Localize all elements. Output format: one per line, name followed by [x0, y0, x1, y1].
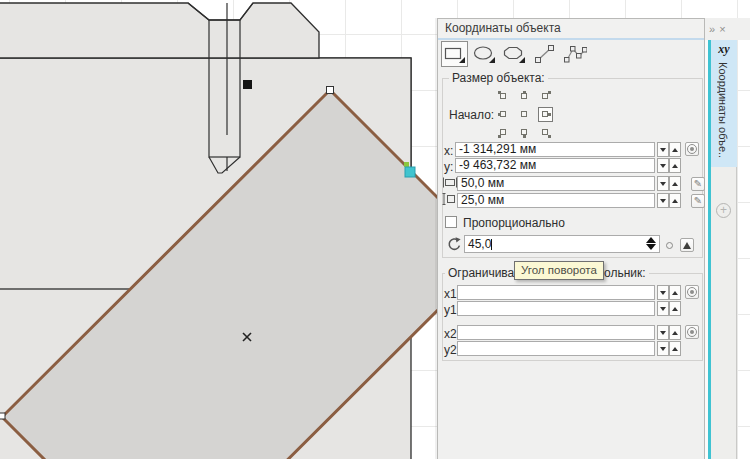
spin-down-icon: [660, 148, 666, 152]
app-window: Координаты объекта: [0, 0, 750, 459]
origin-anchor-middle-right[interactable]: [540, 109, 551, 120]
docker-tab-strip: ху Координаты объе.. +: [711, 40, 737, 459]
origin-anchor-middle-left[interactable]: [498, 109, 509, 120]
drawing-canvas[interactable]: [0, 0, 437, 459]
spin-down-icon: [660, 331, 666, 335]
shape-type-toolbar: [441, 39, 591, 69]
x2-relative-button[interactable]: [685, 325, 699, 339]
x2-spin-down[interactable]: [657, 325, 669, 340]
y-position-field[interactable]: -9 463,732 мм: [455, 158, 655, 173]
spin-up-icon: [672, 164, 678, 168]
tool-multipoint-curve-button[interactable]: [561, 41, 588, 67]
x-spin-up[interactable]: [669, 142, 681, 157]
origin-anchor-center[interactable]: [519, 109, 530, 120]
y1-spin-down[interactable]: [657, 301, 669, 316]
spin-down-icon: [660, 182, 666, 186]
origin-anchor-bottom-left[interactable]: [498, 127, 509, 138]
width-spin-down[interactable]: [657, 176, 669, 191]
spin-down-icon: [660, 347, 666, 351]
xy-tab-icon[interactable]: ху: [711, 42, 737, 57]
spin-up-icon: [672, 148, 678, 152]
origin-label: Начало:: [449, 108, 494, 122]
two-point-line-icon: [532, 42, 557, 66]
polygon-icon: [502, 42, 527, 66]
docker-tab-label[interactable]: Координаты объе..: [717, 62, 729, 164]
height-spin-up[interactable]: [669, 193, 681, 208]
x-label: x:: [444, 144, 453, 158]
origin-anchor-top-center[interactable]: [519, 91, 530, 102]
selected-node[interactable]: [405, 167, 415, 177]
spin-up-icon: [672, 291, 678, 295]
height-edit-button[interactable]: ✎: [691, 194, 705, 208]
width-edit-button[interactable]: ✎: [691, 177, 705, 191]
spin-down-icon: [660, 291, 666, 295]
x1-spin-up[interactable]: [669, 285, 681, 300]
origin-anchor-bottom-center[interactable]: [519, 127, 530, 138]
width-field[interactable]: 50,0 мм: [457, 176, 655, 191]
height-icon: [442, 193, 456, 205]
y-spin-down[interactable]: [657, 158, 669, 173]
object-coordinates-docker: Координаты объекта: [437, 18, 705, 459]
origin-anchor-top-left[interactable]: [498, 91, 509, 102]
canvas-top-shape[interactable]: [0, 3, 319, 58]
spin-down-icon: [660, 164, 666, 168]
target-icon: [687, 287, 697, 297]
spin-up-icon: [672, 331, 678, 335]
ellipse-icon: [472, 42, 497, 66]
width-icon: [443, 177, 457, 188]
spin-down-icon: [646, 244, 656, 250]
spin-up-icon: [672, 182, 678, 186]
spin-down-icon: [660, 307, 666, 311]
y1-spin-up[interactable]: [669, 301, 681, 316]
proportional-checkbox[interactable]: [445, 216, 457, 228]
x-relative-position-button[interactable]: [685, 142, 699, 156]
y-spin-up[interactable]: [669, 158, 681, 173]
snap-point-marker: [243, 80, 252, 89]
snap-green-tick: [404, 162, 409, 167]
tool-two-point-line-button[interactable]: [531, 41, 558, 67]
spin-down-icon: [660, 199, 666, 203]
rotation-dial[interactable]: [666, 242, 673, 249]
target-icon: [687, 327, 697, 337]
x1-relative-button[interactable]: [685, 285, 699, 299]
rectangle-icon: [442, 42, 467, 66]
x-spin-down[interactable]: [657, 142, 669, 157]
bounding-rect-title-left: Ограничива: [445, 266, 517, 280]
tool-rectangle-button[interactable]: [441, 41, 468, 67]
bounding-rect-title-right: ольник:: [601, 266, 649, 280]
x1-field[interactable]: [457, 285, 655, 300]
docker-title: Координаты объекта: [438, 19, 704, 40]
object-size-group-title: Размер объекта:: [449, 71, 548, 85]
spin-up-icon: [672, 347, 678, 351]
proportional-label: Пропорционально: [463, 216, 565, 230]
rotation-icon: [445, 236, 461, 252]
y2-spin-up[interactable]: [669, 341, 681, 356]
node-handle-top[interactable]: [327, 87, 334, 94]
x2-field[interactable]: [457, 325, 655, 340]
tool-ellipse-button[interactable]: [471, 41, 498, 67]
height-spin-down[interactable]: [657, 193, 669, 208]
multipoint-curve-icon: [562, 42, 587, 66]
add-docker-button[interactable]: +: [716, 203, 731, 218]
tool-polygon-button[interactable]: [501, 41, 528, 67]
width-spin-up[interactable]: [669, 176, 681, 191]
docker-collapse-button[interactable]: »: [709, 23, 715, 35]
origin-anchor-top-right[interactable]: [540, 91, 551, 102]
y2-field[interactable]: [457, 341, 655, 356]
rotation-angle-field[interactable]: 45,0: [464, 235, 660, 253]
y-label: y:: [444, 160, 453, 174]
docker-close-button[interactable]: ×: [719, 23, 725, 35]
y2-spin-down[interactable]: [657, 341, 669, 356]
rotation-tooltip: Угол поворота: [514, 261, 604, 280]
spin-up-icon: [672, 199, 678, 203]
y1-field[interactable]: [457, 301, 655, 316]
height-field[interactable]: 25,0 мм: [457, 193, 655, 208]
rotation-diamond-spinner[interactable]: [646, 237, 656, 250]
pencil-icon: ✎: [694, 196, 702, 206]
rotation-apply-button[interactable]: [680, 238, 694, 252]
x1-spin-down[interactable]: [657, 285, 669, 300]
x-position-field[interactable]: -1 314,291 мм: [455, 142, 655, 157]
x2-spin-up[interactable]: [669, 325, 681, 340]
origin-anchor-bottom-right[interactable]: [540, 127, 551, 138]
node-handle-left[interactable]: [0, 413, 5, 419]
